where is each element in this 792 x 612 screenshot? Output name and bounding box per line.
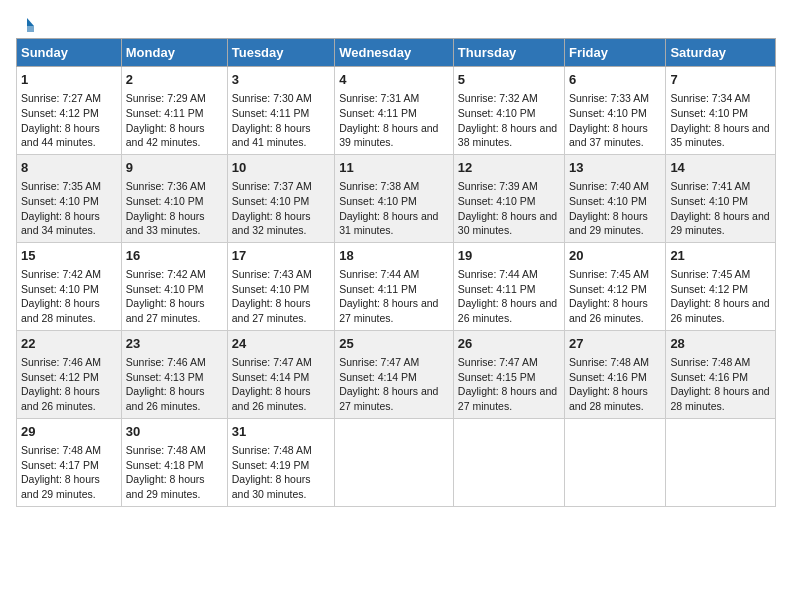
sunrise-text: Sunrise: 7:39 AM (458, 180, 538, 192)
sunset-text: Sunset: 4:19 PM (232, 459, 310, 471)
svg-marker-1 (27, 26, 34, 32)
header (16, 16, 776, 30)
sunset-text: Sunset: 4:12 PM (21, 107, 99, 119)
sunrise-text: Sunrise: 7:44 AM (458, 268, 538, 280)
sunrise-text: Sunrise: 7:33 AM (569, 92, 649, 104)
calendar-cell: 26Sunrise: 7:47 AMSunset: 4:15 PMDayligh… (453, 330, 564, 418)
calendar-cell (565, 418, 666, 506)
daylight-text: Daylight: 8 hours and 28 minutes. (21, 297, 100, 324)
sunset-text: Sunset: 4:10 PM (21, 283, 99, 295)
day-number: 22 (21, 335, 117, 353)
calendar-week-3: 15Sunrise: 7:42 AMSunset: 4:10 PMDayligh… (17, 242, 776, 330)
sunrise-text: Sunrise: 7:27 AM (21, 92, 101, 104)
sunset-text: Sunset: 4:10 PM (339, 195, 417, 207)
sunrise-text: Sunrise: 7:41 AM (670, 180, 750, 192)
day-number: 16 (126, 247, 223, 265)
day-number: 31 (232, 423, 330, 441)
calendar-cell: 27Sunrise: 7:48 AMSunset: 4:16 PMDayligh… (565, 330, 666, 418)
sunrise-text: Sunrise: 7:45 AM (569, 268, 649, 280)
sunset-text: Sunset: 4:10 PM (126, 195, 204, 207)
day-number: 30 (126, 423, 223, 441)
sunrise-text: Sunrise: 7:47 AM (339, 356, 419, 368)
header-tuesday: Tuesday (227, 39, 334, 67)
sunrise-text: Sunrise: 7:31 AM (339, 92, 419, 104)
daylight-text: Daylight: 8 hours and 27 minutes. (339, 297, 438, 324)
sunrise-text: Sunrise: 7:37 AM (232, 180, 312, 192)
calendar-cell: 17Sunrise: 7:43 AMSunset: 4:10 PMDayligh… (227, 242, 334, 330)
daylight-text: Daylight: 8 hours and 35 minutes. (670, 122, 769, 149)
day-number: 9 (126, 159, 223, 177)
calendar-cell: 2Sunrise: 7:29 AMSunset: 4:11 PMDaylight… (121, 67, 227, 155)
calendar-week-4: 22Sunrise: 7:46 AMSunset: 4:12 PMDayligh… (17, 330, 776, 418)
header-wednesday: Wednesday (335, 39, 454, 67)
day-number: 24 (232, 335, 330, 353)
day-number: 20 (569, 247, 661, 265)
sunset-text: Sunset: 4:10 PM (458, 195, 536, 207)
calendar-cell: 15Sunrise: 7:42 AMSunset: 4:10 PMDayligh… (17, 242, 122, 330)
sunrise-text: Sunrise: 7:43 AM (232, 268, 312, 280)
calendar-cell: 23Sunrise: 7:46 AMSunset: 4:13 PMDayligh… (121, 330, 227, 418)
sunrise-text: Sunrise: 7:48 AM (232, 444, 312, 456)
calendar-cell: 20Sunrise: 7:45 AMSunset: 4:12 PMDayligh… (565, 242, 666, 330)
calendar-cell: 25Sunrise: 7:47 AMSunset: 4:14 PMDayligh… (335, 330, 454, 418)
daylight-text: Daylight: 8 hours and 26 minutes. (569, 297, 648, 324)
sunrise-text: Sunrise: 7:44 AM (339, 268, 419, 280)
sunrise-text: Sunrise: 7:40 AM (569, 180, 649, 192)
calendar-cell: 14Sunrise: 7:41 AMSunset: 4:10 PMDayligh… (666, 154, 776, 242)
sunset-text: Sunset: 4:10 PM (569, 107, 647, 119)
sunset-text: Sunset: 4:15 PM (458, 371, 536, 383)
calendar-cell: 28Sunrise: 7:48 AMSunset: 4:16 PMDayligh… (666, 330, 776, 418)
calendar-header-row: SundayMondayTuesdayWednesdayThursdayFrid… (17, 39, 776, 67)
day-number: 2 (126, 71, 223, 89)
logo-icon (18, 16, 36, 34)
daylight-text: Daylight: 8 hours and 30 minutes. (458, 210, 557, 237)
daylight-text: Daylight: 8 hours and 27 minutes. (339, 385, 438, 412)
calendar-cell: 12Sunrise: 7:39 AMSunset: 4:10 PMDayligh… (453, 154, 564, 242)
calendar-cell: 21Sunrise: 7:45 AMSunset: 4:12 PMDayligh… (666, 242, 776, 330)
day-number: 29 (21, 423, 117, 441)
calendar-cell (666, 418, 776, 506)
sunset-text: Sunset: 4:10 PM (458, 107, 536, 119)
header-monday: Monday (121, 39, 227, 67)
svg-marker-0 (27, 18, 34, 26)
daylight-text: Daylight: 8 hours and 41 minutes. (232, 122, 311, 149)
daylight-text: Daylight: 8 hours and 29 minutes. (126, 473, 205, 500)
day-number: 17 (232, 247, 330, 265)
day-number: 19 (458, 247, 560, 265)
calendar-cell: 4Sunrise: 7:31 AMSunset: 4:11 PMDaylight… (335, 67, 454, 155)
sunrise-text: Sunrise: 7:48 AM (670, 356, 750, 368)
daylight-text: Daylight: 8 hours and 39 minutes. (339, 122, 438, 149)
sunrise-text: Sunrise: 7:32 AM (458, 92, 538, 104)
calendar-cell: 29Sunrise: 7:48 AMSunset: 4:17 PMDayligh… (17, 418, 122, 506)
sunrise-text: Sunrise: 7:42 AM (126, 268, 206, 280)
daylight-text: Daylight: 8 hours and 26 minutes. (232, 385, 311, 412)
logo (16, 16, 36, 30)
sunset-text: Sunset: 4:10 PM (126, 283, 204, 295)
daylight-text: Daylight: 8 hours and 26 minutes. (21, 385, 100, 412)
day-number: 7 (670, 71, 771, 89)
day-number: 18 (339, 247, 449, 265)
calendar-cell: 3Sunrise: 7:30 AMSunset: 4:11 PMDaylight… (227, 67, 334, 155)
calendar-cell: 7Sunrise: 7:34 AMSunset: 4:10 PMDaylight… (666, 67, 776, 155)
sunset-text: Sunset: 4:10 PM (232, 283, 310, 295)
sunset-text: Sunset: 4:11 PM (339, 283, 417, 295)
sunset-text: Sunset: 4:12 PM (21, 371, 99, 383)
sunset-text: Sunset: 4:18 PM (126, 459, 204, 471)
calendar-cell: 6Sunrise: 7:33 AMSunset: 4:10 PMDaylight… (565, 67, 666, 155)
calendar-week-2: 8Sunrise: 7:35 AMSunset: 4:10 PMDaylight… (17, 154, 776, 242)
calendar-cell: 8Sunrise: 7:35 AMSunset: 4:10 PMDaylight… (17, 154, 122, 242)
daylight-text: Daylight: 8 hours and 33 minutes. (126, 210, 205, 237)
calendar-cell: 19Sunrise: 7:44 AMSunset: 4:11 PMDayligh… (453, 242, 564, 330)
sunrise-text: Sunrise: 7:38 AM (339, 180, 419, 192)
sunrise-text: Sunrise: 7:45 AM (670, 268, 750, 280)
header-saturday: Saturday (666, 39, 776, 67)
sunset-text: Sunset: 4:10 PM (670, 195, 748, 207)
sunset-text: Sunset: 4:12 PM (569, 283, 647, 295)
sunrise-text: Sunrise: 7:47 AM (232, 356, 312, 368)
sunset-text: Sunset: 4:10 PM (569, 195, 647, 207)
sunrise-text: Sunrise: 7:36 AM (126, 180, 206, 192)
daylight-text: Daylight: 8 hours and 37 minutes. (569, 122, 648, 149)
sunset-text: Sunset: 4:13 PM (126, 371, 204, 383)
sunset-text: Sunset: 4:16 PM (569, 371, 647, 383)
sunset-text: Sunset: 4:11 PM (339, 107, 417, 119)
